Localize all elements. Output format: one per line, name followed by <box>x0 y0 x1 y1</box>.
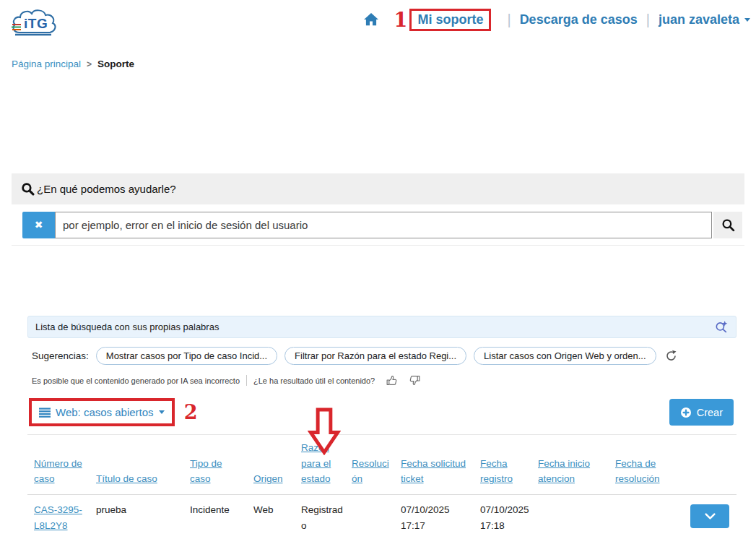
table-row: CAS-3295-L8L2Y8 prueba Incidente Web Reg… <box>27 495 737 533</box>
breadcrumb-current: Soporte <box>97 59 134 69</box>
column-numero-de-caso[interactable]: Número de caso <box>34 456 96 487</box>
nav-divider: | <box>507 12 510 28</box>
home-icon[interactable] <box>364 13 378 26</box>
list-icon <box>39 408 51 418</box>
case-ticket-date: 07/10/2025 17:17 <box>401 502 480 533</box>
case-title: prueba <box>96 502 190 533</box>
ai-disclaimer-row: Es posible que el contenido generado por… <box>27 371 737 394</box>
case-origin: Web <box>253 502 301 533</box>
close-icon: ✖ <box>35 219 43 230</box>
view-selector-dropdown[interactable]: Web: casos abiertos <box>29 398 175 426</box>
annotation-arrow-down <box>308 407 341 455</box>
case-list-header-bar: Lista de búsqueda con sus propias palabr… <box>27 316 737 338</box>
view-selector-row: Web: casos abiertos 2 Crear <box>27 394 737 435</box>
suggestions-row: Sugerencias: Mostrar casos por Tipo de c… <box>27 338 737 371</box>
suggestion-pill[interactable]: Filtrar por Razón para el estado Regi... <box>284 347 466 365</box>
ai-search-icon[interactable] <box>715 320 729 334</box>
case-register-date: 07/10/2025 17:18 <box>480 502 538 533</box>
nav-descarga-de-casos[interactable]: Descarga de casos <box>520 12 638 27</box>
breadcrumb-home-link[interactable]: Página principal <box>12 59 81 69</box>
feedback-question: ¿Le ha resultado útil el contenido? <box>253 376 375 385</box>
chevron-down-icon <box>705 513 716 519</box>
case-list-title: Lista de búsqueda con sus propias palabr… <box>35 322 715 332</box>
view-selector-label: Web: casos abiertos <box>56 406 154 418</box>
divider <box>246 375 247 386</box>
create-button-label: Crear <box>697 407 723 418</box>
help-search-panel: ¿En qué podemos ayudarle? ✖ <box>12 173 744 246</box>
chevron-down-icon <box>744 18 750 22</box>
case-resolution-date <box>615 502 687 533</box>
case-start-date <box>538 502 615 533</box>
column-fecha-solicitud-ticket[interactable]: Fecha solicitud ticket <box>401 456 480 487</box>
thumbs-down-icon[interactable] <box>409 374 421 387</box>
column-fecha-inicio-atencion[interactable]: Fecha inicio atencion <box>538 456 615 487</box>
column-fecha-de-resolucion[interactable]: Fecha de resolución <box>615 456 687 487</box>
column-origen[interactable]: Origen <box>253 471 301 487</box>
search-submit-button[interactable] <box>713 212 742 238</box>
column-titulo-de-caso[interactable]: Título de caso <box>96 471 190 487</box>
annotation-step-2: 2 <box>184 402 198 422</box>
suggestion-pill[interactable]: Mostrar casos por Tipo de caso Incid... <box>96 347 277 365</box>
suggestion-pill[interactable]: Listar casos con Origen Web y orden... <box>474 347 656 365</box>
logo-text: iTG <box>24 16 48 32</box>
user-menu[interactable]: juan zavaleta <box>659 12 750 27</box>
ai-disclaimer-text: Es posible que el contenido generado por… <box>32 376 240 385</box>
clear-search-button[interactable]: ✖ <box>22 212 55 238</box>
itg-logo[interactable]: iTG <box>9 5 61 40</box>
suggestions-label: Sugerencias: <box>32 350 89 361</box>
search-panel-title: ¿En qué podemos ayudarle? <box>37 183 176 195</box>
top-navigation: 1 Mi soporte | Descarga de casos | juan … <box>364 0 750 39</box>
row-expand-button[interactable] <box>690 504 729 528</box>
breadcrumb-separator: > <box>87 59 92 69</box>
column-tipo-de-caso[interactable]: Tipo de caso <box>190 456 253 487</box>
case-list-panel: Lista de búsqueda con sus propias palabr… <box>27 316 737 533</box>
case-number-link[interactable]: CAS-3295-L8L2Y8 <box>34 504 82 531</box>
nav-divider: | <box>646 12 650 28</box>
search-input[interactable] <box>55 212 712 238</box>
case-resolution <box>352 502 401 533</box>
search-icon <box>721 218 735 232</box>
case-type: Incidente <box>190 502 253 533</box>
search-panel-title-bar: ¿En qué podemos ayudarle? <box>12 173 744 204</box>
annotation-step-1: 1 <box>394 10 408 30</box>
plus-circle-icon <box>680 407 692 418</box>
case-table-header: Número de caso Título de caso Tipo de ca… <box>27 435 737 495</box>
support-portal-page: iTG 1 Mi soporte | Descarga de casos | j… <box>0 0 756 539</box>
breadcrumb: Página principal > Soporte <box>12 59 134 69</box>
column-fecha-registro[interactable]: Fecha registro <box>480 456 538 487</box>
user-name: juan zavaleta <box>659 12 739 27</box>
search-row: ✖ <box>12 204 744 246</box>
create-case-button[interactable]: Crear <box>669 399 734 426</box>
refresh-icon[interactable] <box>665 350 677 362</box>
nav-mi-soporte[interactable]: Mi soporte <box>409 9 491 31</box>
column-resolucion[interactable]: Resolución <box>352 456 401 487</box>
chevron-down-icon <box>159 410 165 414</box>
case-status-reason: Registrado <box>301 502 352 533</box>
thumbs-up-icon[interactable] <box>386 374 398 387</box>
search-icon <box>21 182 35 196</box>
